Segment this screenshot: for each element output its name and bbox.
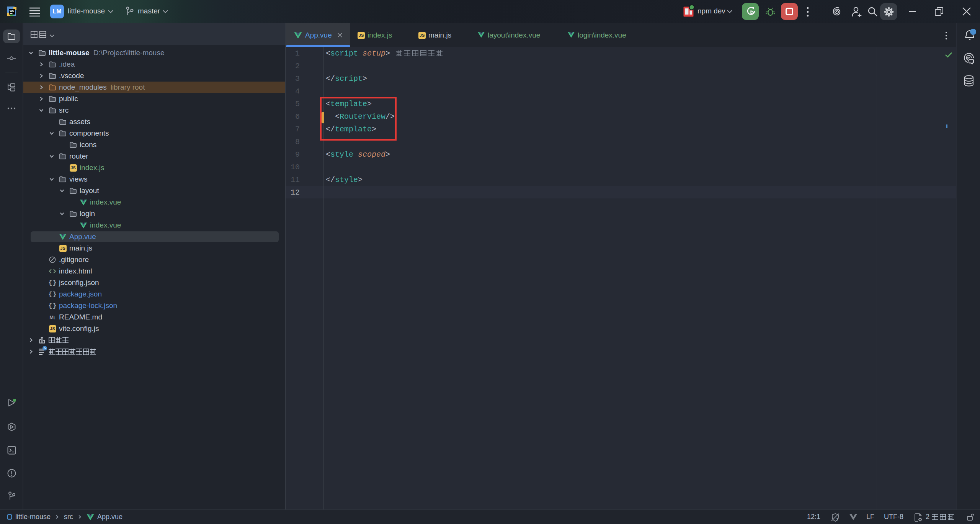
svg-text:WS: WS <box>10 9 14 13</box>
svg-text:T: T <box>836 517 839 521</box>
